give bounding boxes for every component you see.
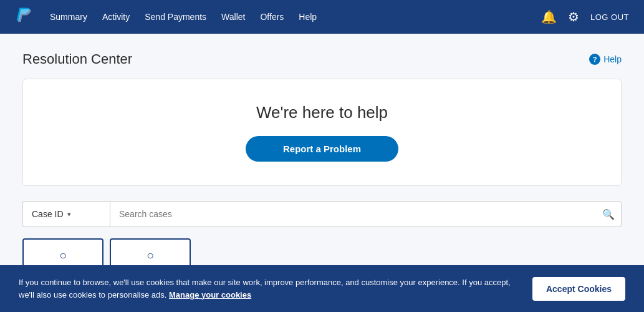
help-circle-icon: ?: [589, 54, 600, 65]
hero-card: We're here to help Report a Problem: [22, 79, 622, 186]
case-id-dropdown[interactable]: Case ID ▾: [22, 201, 110, 227]
main-content: Resolution Center ? Help We're here to h…: [0, 34, 644, 285]
nav-wallet[interactable]: Wallet: [221, 9, 245, 24]
help-link[interactable]: ? Help: [589, 54, 622, 65]
search-input[interactable]: [110, 209, 621, 219]
navbar: Summary Activity Send Payments Wallet Of…: [0, 0, 644, 34]
manage-cookies-link[interactable]: Manage your cookies: [169, 290, 251, 300]
search-button[interactable]: 🔍: [602, 208, 615, 220]
settings-icon[interactable]: ⚙: [568, 9, 579, 24]
search-row: Case ID ▾ 🔍: [22, 201, 622, 227]
search-input-wrap: 🔍: [110, 201, 622, 227]
nav-links: Summary Activity Send Payments Wallet Of…: [50, 9, 541, 24]
case-id-label: Case ID: [32, 209, 64, 219]
help-link-label: Help: [603, 54, 622, 64]
logout-button[interactable]: LOG OUT: [590, 12, 629, 22]
cookie-message: If you continue to browse, we'll use coo…: [19, 278, 511, 300]
report-problem-button[interactable]: Report a Problem: [246, 136, 398, 162]
nav-activity[interactable]: Activity: [102, 9, 130, 24]
hero-heading: We're here to help: [256, 103, 388, 122]
paypal-logo[interactable]: [15, 5, 32, 29]
cookie-text: If you continue to browse, we'll use coo…: [19, 276, 517, 301]
accept-cookies-button[interactable]: Accept Cookies: [532, 277, 625, 301]
page-header: Resolution Center ? Help: [22, 51, 622, 67]
nav-summary[interactable]: Summary: [50, 9, 87, 24]
cookie-banner: If you continue to browse, we'll use coo…: [0, 265, 644, 312]
tab-closed-icon: ○: [147, 248, 154, 263]
nav-offers[interactable]: Offers: [260, 9, 284, 24]
chevron-down-icon: ▾: [67, 210, 71, 218]
nav-send-payments[interactable]: Send Payments: [145, 9, 206, 24]
notification-icon[interactable]: 🔔: [541, 9, 557, 24]
tab-open-icon: ○: [59, 248, 67, 263]
page-title: Resolution Center: [22, 51, 132, 67]
navbar-right: 🔔 ⚙ LOG OUT: [541, 9, 629, 24]
nav-help[interactable]: Help: [299, 9, 317, 24]
